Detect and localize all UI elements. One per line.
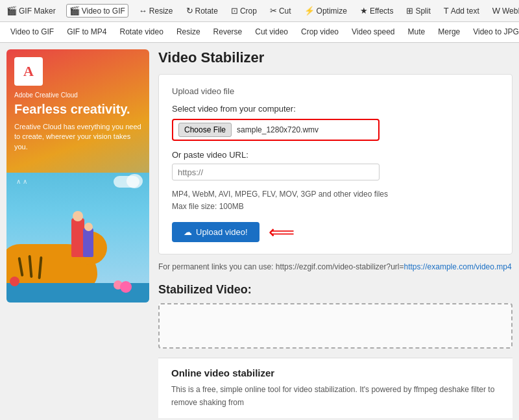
nav-video-to-jpg[interactable]: Video to JPG (466, 23, 519, 42)
split-icon: ⊞ (406, 6, 413, 16)
effects-icon: ★ (360, 6, 368, 16)
nav-video-to-gif[interactable]: Video to GIF (4, 23, 60, 42)
nav-gif-to-mp4[interactable]: GIF to MP4 (60, 23, 113, 42)
toolbar-optimize[interactable]: ⚡ Optimize (302, 5, 350, 17)
arrow-indicator: ⟸ (269, 223, 295, 241)
choose-file-button[interactable]: Choose File (178, 123, 232, 137)
toolbar-effects[interactable]: ★ Effects (357, 5, 396, 17)
adobe-logo: A (14, 57, 43, 86)
info-text: This is a free, simple online tool for v… (171, 384, 500, 408)
upload-card: Upload video file Select video from your… (158, 74, 513, 254)
stabilized-title: Stabilized Video: (158, 283, 513, 297)
info-section: Online video stabilizer This is a free, … (158, 358, 513, 417)
nav-bar: Video to GIF GIF to MP4 Rotate video Res… (0, 22, 519, 43)
permanent-link-text: For permanent links you can use: https:/… (158, 262, 513, 271)
main-layout: A Adobe Creative Cloud Fearless creativi… (0, 43, 519, 420)
toolbar-webp[interactable]: W WebP (490, 5, 519, 17)
ad-illustration: ∧ ∧ (6, 173, 149, 303)
upload-button[interactable]: ☁ Upload video! (172, 222, 260, 242)
url-label: Or paste video URL: (172, 150, 499, 160)
toolbar-gif-maker[interactable]: 🎬 GIF Maker (4, 5, 58, 17)
crop-icon: ⊡ (231, 6, 238, 16)
ad-brand: Adobe Creative Cloud (14, 92, 141, 99)
stabilized-video-box (158, 303, 513, 349)
stabilized-section: Stabilized Video: (158, 283, 513, 349)
permanent-link-url[interactable]: https://example.com/video.mp4 (404, 262, 512, 271)
nav-rotate-video[interactable]: Rotate video (114, 23, 170, 42)
figures (65, 199, 104, 257)
toolbar-split[interactable]: ⊞ Split (404, 5, 433, 17)
rotate-icon: ↻ (186, 6, 193, 16)
info-title: Online video stabilizer (171, 367, 500, 378)
toolbar-add-text[interactable]: T Add text (441, 5, 482, 17)
gif-maker-icon: 🎬 (6, 6, 17, 16)
page-title: Video Stabilizer (158, 49, 513, 66)
upload-btn-row: ☁ Upload video! ⟸ (172, 222, 499, 242)
top-toolbar: 🎬 GIF Maker 🎬 Video to GIF ↔ Resize ↻ Ro… (0, 0, 519, 22)
nav-merge[interactable]: Merge (431, 23, 466, 42)
content-area: Video Stabilizer Upload video file Selec… (158, 49, 513, 418)
nav-mute[interactable]: Mute (402, 23, 432, 42)
toolbar-resize[interactable]: ↔ Resize (136, 5, 176, 17)
upload-cloud-icon: ☁ (184, 227, 192, 237)
url-input[interactable] (172, 164, 380, 180)
toolbar-rotate[interactable]: ↻ Rotate (184, 5, 221, 17)
nav-cut-video[interactable]: Cut video (248, 23, 295, 42)
ad-subtext: Creative Cloud has everything you need t… (14, 122, 141, 152)
selected-file-name: sample_1280x720.wmv (237, 125, 319, 134)
cut-icon: ✂ (270, 6, 277, 16)
nav-reverse[interactable]: Reverse (207, 23, 249, 42)
toolbar-cut[interactable]: ✂ Cut (267, 5, 294, 17)
ad-text-area: Adobe Creative Cloud Fearless creativity… (14, 92, 141, 152)
file-input-container: Choose File sample_1280x720.wmv (172, 119, 380, 141)
select-file-label: Select video from your computer: (172, 104, 499, 114)
toolbar-video-to-gif[interactable]: 🎬 Video to GIF (66, 4, 128, 18)
nav-resize[interactable]: Resize (170, 23, 207, 42)
nav-video-speed[interactable]: Video speed (345, 23, 402, 42)
toolbar-crop[interactable]: ⊡ Crop (228, 5, 260, 17)
video-to-gif-icon: 🎬 (69, 6, 80, 16)
add-text-icon: T (444, 6, 449, 16)
upload-card-title: Upload video file (172, 86, 499, 96)
webp-icon: W (492, 6, 500, 16)
ad-headline: Fearless creativity. (14, 101, 141, 117)
ad-banner: A Adobe Creative Cloud Fearless creativi… (6, 49, 149, 303)
nav-crop-video[interactable]: Crop video (295, 23, 345, 42)
optimize-icon: ⚡ (304, 6, 315, 16)
file-info: MP4, WebM, AVI, MPEG, FLV, MOV, 3GP and … (172, 188, 499, 213)
resize-icon: ↔ (139, 6, 147, 16)
